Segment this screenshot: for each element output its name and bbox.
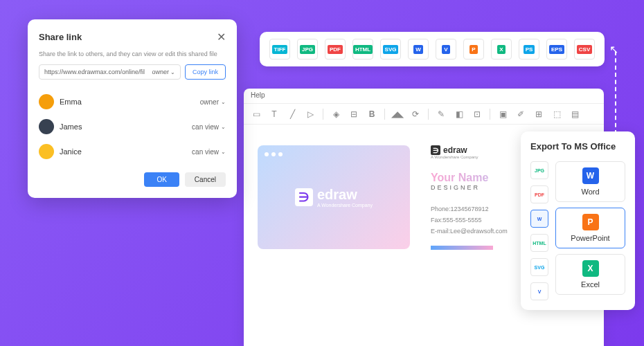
share-user-janice: Janicecan view ⌄ xyxy=(39,139,226,164)
user-name: Janice xyxy=(60,147,82,156)
card-logo: ∋ edraw A Wondershare Company xyxy=(295,187,373,208)
share-dialog: Share link ✕ Share the link to others, a… xyxy=(28,19,237,198)
url-role-dropdown[interactable]: owner ⌄ xyxy=(152,69,175,75)
connector-line xyxy=(615,51,616,134)
accent-bar xyxy=(431,246,493,250)
share-url-input[interactable]: https://www.edrawmax.com/online/fil owne… xyxy=(39,64,181,80)
export-option-powerpoint[interactable]: PPowerPoint xyxy=(555,208,625,248)
arrow-icon: ↖ xyxy=(609,43,618,56)
fill-icon[interactable]: ◧ xyxy=(454,109,465,120)
lock-icon[interactable]: ⬚ xyxy=(551,109,562,120)
cancel-button[interactable]: Cancel xyxy=(185,172,226,187)
format-tiff[interactable]: TIFF xyxy=(269,39,290,60)
shape-tool-icon[interactable]: ▭ xyxy=(251,109,262,120)
brand-small-icon: ∋ xyxy=(431,145,440,155)
rotate-icon[interactable]: ⟳ xyxy=(410,109,421,120)
format-html[interactable]: HTML xyxy=(352,39,373,60)
export-format-w[interactable]: W xyxy=(530,210,548,228)
format-p[interactable]: P xyxy=(463,39,484,60)
user-role-dropdown[interactable]: can view ⌄ xyxy=(192,123,226,131)
format-w[interactable]: W xyxy=(408,39,429,60)
editor-toolbar: ▭ T ╱ ▷ ◈ ⊟ B ◢◣ ⟳ ✎ ◧ ⊡ ▣ ✐ ⊞ ⬚ ▤ xyxy=(244,104,604,125)
bold-icon[interactable]: B xyxy=(366,109,377,120)
logo-icon: ∋ xyxy=(295,188,313,206)
format-eps[interactable]: EPS xyxy=(546,39,567,60)
export-format-jpg[interactable]: JPG xyxy=(530,161,548,179)
user-role-dropdown[interactable]: can view ⌄ xyxy=(192,148,226,156)
format-svg[interactable]: SVG xyxy=(380,39,401,60)
avatar xyxy=(39,144,54,159)
line-tool-icon[interactable]: ╱ xyxy=(287,109,298,120)
format-jpg[interactable]: JPG xyxy=(297,39,318,60)
pointer-tool-icon[interactable]: ▷ xyxy=(305,109,316,120)
export-title: Export To MS Office xyxy=(530,141,625,152)
export-options: WWordPPowerPointXExcel xyxy=(555,161,625,300)
highlight-icon[interactable]: ✎ xyxy=(436,109,447,120)
format-csv[interactable]: CSV xyxy=(574,39,595,60)
format-v[interactable]: V xyxy=(436,39,456,60)
text-tool-icon[interactable]: T xyxy=(269,109,280,120)
format-x[interactable]: X xyxy=(491,39,512,60)
image-icon[interactable]: ▣ xyxy=(497,109,508,120)
export-format-svg[interactable]: SVG xyxy=(530,258,548,276)
user-role-dropdown[interactable]: owner ⌄ xyxy=(200,98,226,106)
user-name: Emma xyxy=(60,98,82,106)
format-pdf[interactable]: PDF xyxy=(325,39,346,60)
share-user-james: Jamescan view ⌄ xyxy=(39,114,226,139)
menu-help[interactable]: Help xyxy=(244,89,604,104)
ok-button[interactable]: OK xyxy=(144,172,179,187)
export-panel: Export To MS Office JPGPDFWHTMLSVGV WWor… xyxy=(521,131,635,310)
avatar xyxy=(39,119,54,134)
export-format-v[interactable]: V xyxy=(530,282,548,300)
copy-link-button[interactable]: Copy link xyxy=(185,64,226,80)
window-dots xyxy=(265,152,283,156)
format-ps[interactable]: PS xyxy=(519,39,539,60)
separator xyxy=(384,109,385,120)
separator xyxy=(428,109,429,120)
group-icon[interactable]: ⊞ xyxy=(533,109,544,120)
avatar xyxy=(39,94,54,109)
business-card-front[interactable]: ∋ edraw A Wondershare Company xyxy=(258,145,410,249)
separator xyxy=(323,109,323,120)
export-format-list: JPGPDFWHTMLSVGV xyxy=(530,161,548,300)
layer-icon[interactable]: ◈ xyxy=(330,109,341,120)
format-bar: TIFFJPGPDFHTMLSVGWVPXPSEPSCSV xyxy=(260,32,605,66)
share-title: Share link xyxy=(39,32,82,42)
pen-icon[interactable]: ✐ xyxy=(515,109,526,120)
export-option-word[interactable]: WWord xyxy=(555,161,625,202)
export-option-excel[interactable]: XExcel xyxy=(555,254,625,295)
close-icon[interactable]: ✕ xyxy=(217,30,226,44)
user-name: James xyxy=(60,122,82,131)
export-format-html[interactable]: HTML xyxy=(530,234,548,252)
share-description: Share the link to others, and they can v… xyxy=(39,51,226,57)
export-format-pdf[interactable]: PDF xyxy=(530,185,548,203)
align-icon[interactable]: ⊟ xyxy=(348,109,359,120)
more-icon[interactable]: ▤ xyxy=(569,109,580,120)
crop-icon[interactable]: ⊡ xyxy=(472,109,483,120)
share-users: Emmaowner ⌄Jamescan view ⌄Janicecan view… xyxy=(39,89,226,164)
separator xyxy=(490,109,490,120)
share-user-emma: Emmaowner ⌄ xyxy=(39,89,226,114)
flip-icon[interactable]: ◢◣ xyxy=(392,109,403,120)
